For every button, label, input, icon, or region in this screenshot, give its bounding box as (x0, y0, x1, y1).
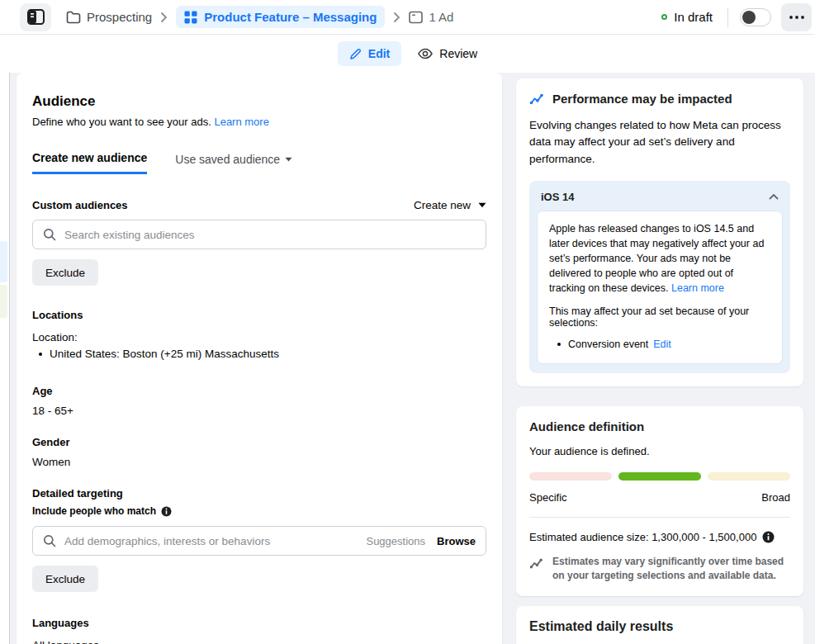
collapse-sidebar-button[interactable] (20, 3, 51, 31)
custom-audiences-exclude-button[interactable]: Exclude (32, 259, 98, 286)
breadcrumb-adset-label: Product Feature – Messaging (204, 10, 377, 24)
audience-title: Audience (32, 93, 486, 110)
audience-definition-card: Audience definition Your audience is def… (516, 406, 803, 596)
detailed-targeting-search-input[interactable] (64, 535, 366, 547)
detailed-targeting-search: Suggestions Browse (32, 526, 486, 556)
conversion-event-edit-link[interactable]: Edit (653, 339, 671, 350)
mode-switcher: Edit Review (0, 35, 815, 73)
audience-panel: Audience Define who you want to see your… (17, 73, 502, 644)
edit-mode-label: Edit (368, 47, 390, 60)
audience-defined-status: Your audience is defined. (529, 445, 790, 457)
audience-definition-gauge (529, 472, 790, 481)
estimated-size-text: Estimated audience size: 1,300,000 - 1,5… (529, 531, 756, 543)
custom-audiences-search-input[interactable] (64, 229, 476, 241)
ios14-learn-more-link[interactable]: Learn more (671, 282, 724, 294)
ios14-header[interactable]: iOS 14 (538, 189, 782, 211)
card-divider (529, 517, 790, 518)
gauge-label-broad: Broad (761, 491, 790, 504)
suggestions-button[interactable]: Suggestions (366, 535, 425, 547)
gauge-current-segment (618, 472, 701, 481)
folder-icon (66, 11, 81, 24)
rail-ad-fragment (0, 285, 7, 318)
age-label: Age (32, 385, 486, 397)
performance-card-title: Performance may be impacted (552, 92, 732, 106)
ad-frame-icon (409, 11, 423, 24)
gauge-broad-segment (708, 472, 790, 481)
chevron-up-icon (769, 193, 779, 200)
tab-create-new-audience[interactable]: Create new audience (32, 151, 147, 174)
search-icon (43, 534, 56, 547)
create-new-label: Create new (414, 199, 471, 211)
browse-button[interactable]: Browse (437, 535, 476, 547)
include-people-label: Include people who match (32, 505, 156, 517)
audience-subtitle: Define who you want to see your ads. Lea… (32, 116, 486, 128)
gender-value: Women (32, 456, 486, 468)
info-icon[interactable] (762, 531, 775, 543)
tab-use-saved-audience[interactable]: Use saved audience (175, 151, 292, 174)
audience-subtitle-text: Define who you want to see your ads. (32, 116, 211, 128)
languages-label: Languages (32, 617, 486, 629)
toggle-knob (742, 11, 756, 24)
right-column: Performance may be impacted Evolving cha… (516, 73, 803, 644)
breadcrumb-campaign[interactable]: Prospecting (66, 10, 152, 24)
audience-tabs: Create new audience Use saved audience (32, 151, 486, 174)
draft-status-label: In draft (674, 10, 713, 24)
breadcrumb-chevron-icon-2 (393, 12, 400, 23)
eye-icon (418, 48, 433, 59)
audience-learn-more-link[interactable]: Learn more (214, 116, 268, 128)
conversion-event-label: Conversion event (568, 339, 648, 350)
performance-card-body: Evolving changes related to how Meta can… (529, 117, 790, 168)
collapsed-nav-rail[interactable] (0, 35, 10, 644)
estimates-note-text: Estimates may vary significantly over ti… (552, 555, 790, 583)
review-mode-button[interactable]: Review (418, 47, 477, 60)
estimated-size-row: Estimated audience size: 1,300,000 - 1,5… (529, 531, 790, 543)
top-bar: Prospecting Product Feature – Messaging … (0, 0, 815, 35)
bullet-icon (557, 343, 561, 346)
draft-status-dot-icon (661, 14, 667, 20)
estimates-note-row: Estimates may vary significantly over ti… (529, 555, 790, 583)
estimated-daily-results-title: Estimated daily results (529, 619, 790, 634)
create-new-audience-dropdown[interactable]: Create new (414, 199, 486, 211)
breadcrumb-adset-selected[interactable]: Product Feature – Messaging (176, 6, 385, 28)
more-options-button[interactable] (781, 3, 812, 31)
custom-audiences-label: Custom audiences (32, 199, 128, 211)
detailed-targeting-exclude-button[interactable]: Exclude (32, 566, 98, 592)
include-people-row: Include people who match (32, 505, 486, 517)
tab-create-label: Create new audience (32, 151, 147, 164)
bullet-icon (39, 353, 42, 356)
breadcrumb-ad-label: 1 Ad (429, 10, 453, 24)
location-value: United States: Boston (+25 mi) Massachus… (50, 348, 279, 360)
pencil-icon (349, 48, 362, 60)
audience-definition-title: Audience definition (529, 419, 790, 433)
info-icon[interactable] (161, 506, 172, 517)
breadcrumb-chevron-icon (160, 12, 168, 23)
rail-adset-fragment (0, 241, 7, 282)
performance-card: Performance may be impacted Evolving cha… (516, 78, 803, 386)
sidebar-panel-icon (27, 9, 45, 25)
ios14-bullet-row: Conversion event Edit (549, 339, 770, 350)
search-icon (43, 228, 56, 241)
caret-down-icon (478, 202, 486, 208)
ios14-title: iOS 14 (541, 191, 574, 203)
gauge-specific-segment (529, 472, 612, 481)
adset-grid-icon (184, 11, 197, 24)
breadcrumb-campaign-label: Prospecting (87, 10, 152, 24)
location-value-row: United States: Boston (+25 mi) Massachus… (32, 348, 486, 360)
draft-status: In draft (661, 10, 713, 24)
ios14-body-text: Apple has released changes to iOS 14.5 a… (549, 223, 764, 295)
age-value: 18 - 65+ (32, 405, 486, 417)
adset-active-toggle[interactable] (740, 8, 771, 26)
review-mode-label: Review (439, 47, 477, 60)
breadcrumb-ad[interactable]: 1 Ad (409, 10, 453, 24)
ios14-affect-line: This may affect your ad set because of y… (549, 305, 770, 329)
detailed-targeting-label: Detailed targeting (32, 487, 486, 500)
ios14-detail: Apple has released changes to iOS 14.5 a… (538, 211, 782, 364)
location-sublabel: Location: (32, 331, 486, 343)
trend-chart-icon (529, 92, 545, 106)
edit-mode-button[interactable]: Edit (338, 41, 401, 66)
estimated-daily-results-card: Estimated daily results (516, 606, 803, 644)
locations-label: Locations (32, 309, 486, 321)
topbar-divider (727, 7, 728, 27)
tab-saved-label: Use saved audience (175, 153, 280, 166)
caret-down-icon (285, 157, 292, 162)
